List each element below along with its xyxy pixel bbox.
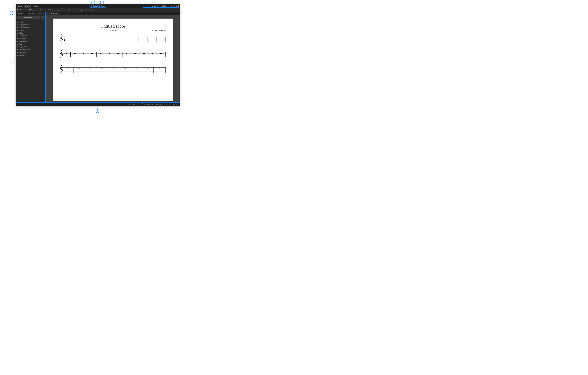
measure[interactable] [112, 37, 121, 42]
measure[interactable] [79, 52, 88, 57]
time-signature[interactable]: 44 [64, 36, 65, 41]
page-view-selector[interactable]: ▭ Page view ▾ [155, 104, 164, 105]
add-palettes-button[interactable]: Add Palettes [17, 16, 40, 19]
double-flat-icon[interactable]: 𝄫 [44, 9, 45, 11]
staff-system[interactable]: 12𝄞 [60, 52, 166, 57]
measure[interactable] [96, 52, 105, 57]
staff[interactable]: 𝄞44 [60, 37, 166, 42]
search-button[interactable] [41, 16, 44, 19]
voice-2-icon[interactable]: ♩₂ [86, 9, 87, 11]
title-frame[interactable]: Untitled score Subtitle Composer / arran… [60, 23, 166, 32]
zoom-in-button[interactable] [169, 104, 171, 105]
playback-settings-icon[interactable] [157, 5, 159, 7]
measure[interactable] [85, 37, 94, 42]
score-composer[interactable]: Composer / arranger [151, 29, 165, 31]
tab-instruments[interactable]: Instruments [27, 12, 37, 15]
measure[interactable] [139, 37, 148, 42]
score-title[interactable]: Untitled score [60, 24, 166, 28]
measure[interactable] [88, 52, 96, 57]
menu-publish[interactable]: Publish [31, 5, 39, 8]
palette-item-articulations[interactable]: ▶Articulations [16, 40, 45, 43]
score-subtitle[interactable]: Subtitle [60, 29, 166, 31]
natural-icon[interactable]: ♮ [48, 9, 49, 11]
measure[interactable] [96, 67, 108, 73]
palette-item-tempo[interactable]: ▶Tempo [16, 29, 45, 32]
score-page[interactable]: Untitled score Subtitle Composer / arran… [52, 19, 173, 101]
measure[interactable] [105, 52, 114, 57]
drag-handle-icon[interactable]: ⠿ [145, 5, 146, 7]
rewind-button[interactable]: ◁ [147, 5, 148, 7]
window-controls[interactable] [173, 5, 179, 7]
staccato-icon[interactable]: · [74, 9, 75, 11]
file-tab[interactable]: *Untitled score ✕ [46, 12, 60, 15]
parts-toggle[interactable]: Parts [90, 5, 97, 7]
measure[interactable] [103, 37, 112, 42]
tab-properties[interactable]: Properties [37, 12, 45, 15]
tenuto-icon[interactable]: – [72, 9, 73, 11]
measure[interactable] [131, 52, 140, 57]
toolbar-settings-icon[interactable] [92, 9, 93, 11]
slur-icon[interactable]: ⁀⁀ [60, 9, 63, 11]
close-icon[interactable]: ✕ [58, 13, 59, 14]
measure[interactable] [123, 52, 131, 57]
measure[interactable] [148, 37, 157, 42]
palette-item-time-signatures[interactable]: ▶Time signatures [16, 26, 45, 29]
score-viewport[interactable]: Untitled score Subtitle Composer / arran… [46, 15, 180, 103]
measure[interactable] [119, 67, 131, 73]
palette-item-pitch[interactable]: ▶Pitch [16, 32, 45, 34]
measure[interactable] [62, 67, 74, 73]
measure[interactable] [131, 67, 142, 73]
measure[interactable] [62, 52, 71, 57]
double-sharp-icon[interactable]: 𝄪 [52, 9, 53, 11]
tie-icon[interactable]: ♩͜♩ [57, 9, 59, 11]
measure[interactable] [157, 37, 166, 42]
measure[interactable] [142, 67, 154, 73]
measure[interactable] [121, 37, 130, 42]
zoom-level[interactable]: 100 %▾ [173, 104, 178, 105]
accent-icon[interactable]: ＞ [69, 9, 71, 11]
flip-icon[interactable]: ⮍ [81, 9, 83, 11]
measure[interactable] [85, 67, 96, 73]
measure[interactable] [94, 37, 103, 42]
measure[interactable] [154, 67, 166, 73]
menu-score[interactable]: Score [24, 5, 31, 8]
staff-system[interactable]: 𝄞44 [60, 37, 166, 42]
staff[interactable]: 𝄞 [60, 52, 166, 57]
metronome-button[interactable] [154, 5, 156, 7]
concert-pitch-toggle[interactable]: Ὗ Concert pitch [142, 104, 153, 105]
palette-item-text[interactable]: ▶Text [16, 43, 45, 45]
measure[interactable] [71, 52, 79, 57]
tuplet-icon[interactable]: ♫ [78, 9, 80, 11]
pencil-icon[interactable]: ✎ [20, 9, 22, 11]
measure[interactable] [108, 67, 119, 73]
drag-handle-icon[interactable]: ⠿ [17, 9, 19, 11]
measure[interactable] [130, 37, 139, 42]
palette-item-repeats-jumps[interactable]: ▶Repeats & jumps [16, 48, 45, 51]
palette-item-key-signatures[interactable]: ▶Key signatures [16, 23, 45, 26]
palette-item-layout[interactable]: ▶Layout [16, 54, 45, 56]
measure[interactable] [114, 52, 123, 57]
sharp-icon[interactable]: ♯ [50, 9, 51, 11]
add-icon[interactable]: ＋ [89, 9, 90, 11]
staff[interactable]: 𝄞 [60, 67, 166, 73]
palette-item-keyboard[interactable]: ▶Keyboard [16, 45, 45, 48]
zoom-out-button[interactable] [166, 104, 168, 105]
measure[interactable] [67, 37, 76, 42]
measure[interactable] [157, 52, 166, 57]
palette-item-barlines[interactable]: ▶Barlines [16, 51, 45, 54]
more-icon[interactable]: ⋯ [24, 13, 27, 14]
menu-home[interactable]: Home [17, 5, 24, 8]
voice-1-icon[interactable]: ♩₁ [84, 9, 85, 11]
marcato-icon[interactable]: ˆ [67, 9, 68, 11]
staff-system[interactable]: 24𝄞 [60, 67, 166, 73]
palette-item-clefs[interactable]: ▶Clefs [16, 21, 45, 23]
flat-icon[interactable]: ♭ [46, 9, 47, 11]
play-button[interactable]: ▷ [149, 5, 150, 7]
dot-icon[interactable]: 𝅭. [38, 9, 39, 11]
measure[interactable] [74, 67, 85, 73]
workspace-selector[interactable]: Workspace: Default [128, 104, 141, 105]
measure[interactable] [140, 52, 148, 57]
palette-item-dynamics[interactable]: ▶Dynamics [16, 37, 45, 40]
measure[interactable] [76, 37, 85, 42]
tab-palettes[interactable]: Palettes [17, 12, 24, 15]
